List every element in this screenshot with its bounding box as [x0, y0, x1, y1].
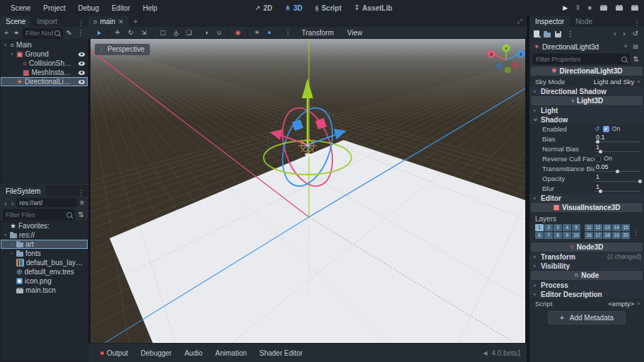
layer-tile-4[interactable]: 4 [563, 224, 571, 231]
group-process[interactable]: ›Process [529, 281, 644, 289]
bottom-panel-debugger[interactable]: Debugger [134, 349, 178, 357]
layer-tile-18[interactable]: 18 [603, 232, 611, 239]
stop-button[interactable]: ■ [588, 4, 592, 11]
fs-item-favorites-[interactable]: ★Favorites: [1, 221, 88, 230]
property-name-style-button[interactable]: ⇅ [632, 55, 640, 64]
move-tool-button[interactable]: ✛ [112, 29, 124, 37]
tab-options-dots[interactable]: ⋮ [74, 19, 88, 27]
bottom-panel-animation[interactable]: Animation [209, 349, 253, 357]
expand-arrow-icon[interactable]: ˅ [3, 232, 8, 238]
visibility-eye-icon[interactable] [78, 80, 85, 84]
group-light[interactable]: ›Light [529, 106, 644, 115]
checkbox-icon[interactable] [595, 156, 601, 162]
add-node-button[interactable]: + [3, 29, 10, 37]
layer-tile-15[interactable]: 15 [621, 224, 630, 231]
checkbox-enabled[interactable]: ↺✓On [595, 125, 640, 132]
slider-grabber[interactable] [616, 170, 619, 173]
scale-tool-button[interactable]: ⇲ [138, 29, 151, 37]
scene-tab-main[interactable]: ○main✕ [88, 16, 129, 27]
fs-back-button[interactable]: ‹ [3, 199, 8, 207]
layer-tile-13[interactable]: 13 [603, 224, 611, 231]
camera-preview-tool-button[interactable]: ◉ [231, 29, 244, 37]
scene-tree-item-main[interactable]: ˅○Main [1, 40, 88, 49]
menu-debug[interactable]: Debug [71, 4, 105, 12]
filter-files-input[interactable]: Filter Files [3, 209, 75, 220]
add-metadata-button[interactable]: +Add Metadata [548, 311, 626, 325]
object-dropdown-chevron[interactable]: ˅ [623, 43, 629, 50]
fs-item-res-[interactable]: ˅res:// [1, 230, 88, 240]
environment-tool-button[interactable]: ● [264, 29, 274, 37]
scene-tree-item-collisionshape3d[interactable]: ○CollisionShape3d [1, 59, 88, 68]
filter-node-input[interactable]: Filter Node [23, 28, 62, 39]
slider-blur[interactable]: 1 [595, 184, 640, 192]
fs-split-mode-button[interactable]: ≡ [78, 199, 86, 207]
save-resource-icon[interactable] [555, 31, 561, 37]
layer-tile-3[interactable]: 3 [554, 224, 562, 231]
sun-preview-tool-button[interactable]: ☀ [250, 29, 263, 37]
view-menu[interactable]: View [341, 29, 369, 37]
group-transform[interactable]: ›Transform(2 changed) [529, 252, 644, 261]
group-visibility[interactable]: ›Visibility [529, 262, 644, 270]
checkbox-icon[interactable]: ✓ [603, 126, 609, 132]
workspace-script[interactable]: §Script [309, 4, 348, 12]
lock-tool-button[interactable]: ⚲ [170, 29, 182, 37]
layer-tile-9[interactable]: 9 [563, 232, 571, 239]
workspace-2d[interactable]: ↗2D [249, 4, 279, 12]
box-select-tool-button[interactable]: ▢ [156, 29, 170, 37]
tab-filesystem[interactable]: FileSystem [0, 186, 46, 197]
inspector-object-row[interactable]: ☀ DirectionalLight3d ˅ ▤ [529, 40, 644, 53]
checkbox-reverse-cull-face[interactable]: On [595, 155, 640, 162]
fs-item-default-env-tres[interactable]: ⊕default_env.tres [1, 267, 88, 276]
visibility-eye-icon[interactable] [78, 62, 85, 66]
layer-tile-2[interactable]: 2 [544, 224, 553, 231]
scene-tree-item-ground[interactable]: ˅▣Ground [1, 49, 88, 59]
viewport-3d[interactable]: Y X Z ⋮ Perspective [90, 39, 525, 343]
more-tool-button[interactable]: ⋮ [281, 29, 295, 37]
menu-project[interactable]: Project [37, 4, 71, 12]
axis-ball-neg-z[interactable] [496, 63, 503, 69]
scene-tree-item-directionallight3d[interactable]: ☀DirectionalLight3d [1, 77, 88, 86]
bottom-panel-audio[interactable]: Audio [178, 349, 209, 357]
group-editor[interactable]: ›Editor [529, 194, 644, 202]
layer-tile-11[interactable]: 11 [585, 224, 593, 231]
audio-mute-icon[interactable]: ◀ [483, 350, 487, 356]
object-extra-options-button[interactable]: ▤ [631, 43, 640, 50]
layer-tile-8[interactable]: 8 [554, 232, 562, 239]
transform-menu[interactable]: Transform [295, 29, 340, 37]
workspace-assetlib[interactable]: ↧AssetLib [348, 4, 399, 12]
visibility-eye-icon[interactable] [78, 52, 85, 57]
fs-item-main-tscn[interactable]: main.tscn [1, 286, 88, 295]
filter-properties-input[interactable]: Filter Properties [533, 54, 630, 64]
group-editor-description[interactable]: ›Editor Description [529, 290, 644, 298]
dropdown-sky-mode[interactable]: Light and Sky˅ [594, 78, 640, 86]
layer-tile-12[interactable]: 12 [594, 224, 602, 231]
new-scene-tab-button[interactable]: + [129, 16, 143, 27]
visibility-eye-icon[interactable] [78, 71, 85, 75]
axis-ball-neg-y[interactable] [505, 67, 511, 74]
play-button[interactable]: ▶ [563, 4, 568, 11]
movie-mode-button[interactable] [631, 5, 638, 11]
ruler-tool-button[interactable]: ◐ [201, 29, 212, 37]
group-tool-button[interactable]: ❏ [182, 29, 195, 37]
menu-scene[interactable]: Scene [4, 4, 37, 12]
slider-grabber[interactable] [599, 189, 602, 193]
close-tab-icon[interactable]: ✕ [118, 18, 124, 25]
perspective-button[interactable]: ⋮ Perspective [95, 44, 150, 55]
expand-arrow-icon[interactable]: ˅ [9, 51, 14, 57]
workspace-3d[interactable]: ⋔3D [279, 4, 308, 12]
expand-arrow-icon[interactable]: ˅ [3, 42, 8, 48]
fs-sort-button[interactable]: ⇅ [77, 211, 86, 219]
layer-tile-16[interactable]: 16 [585, 232, 593, 239]
snap-tool-button[interactable]: ∪ [213, 29, 226, 37]
group-shadow[interactable]: ˅Shadow [529, 115, 644, 124]
layers-options-dots[interactable]: ⋮ [633, 228, 644, 236]
tab-options-dots[interactable]: ⋮ [630, 19, 644, 27]
new-resource-icon[interactable] [534, 30, 539, 37]
resource-options-dots[interactable]: ⋮ [566, 30, 575, 38]
slider-transmittance-bias[interactable]: 0.05 [595, 164, 640, 173]
layer-tile-5[interactable]: 5 [572, 224, 580, 231]
fs-path[interactable]: res://art/ [16, 198, 77, 207]
layer-tile-14[interactable]: 14 [612, 224, 621, 231]
history-list-button[interactable]: ↺ [631, 30, 640, 38]
revert-icon[interactable]: ↺ [595, 125, 600, 132]
